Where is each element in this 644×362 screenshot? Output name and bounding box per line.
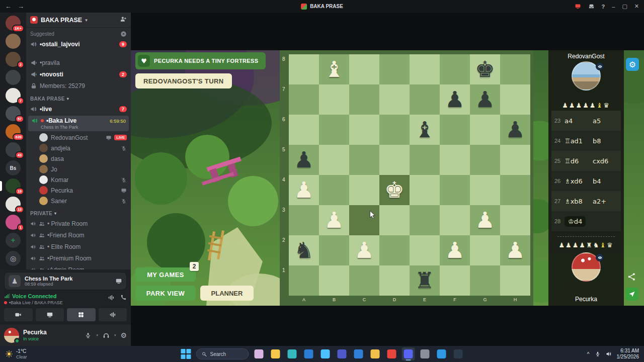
planner-button[interactable]: PLANNER	[200, 286, 254, 301]
taskbar-app-chrome[interactable]	[385, 347, 398, 360]
square-e4[interactable]	[410, 175, 440, 205]
voice-channel-baka-live[interactable]: •Baka Live 6:59:50 Chess In The Park	[28, 116, 129, 131]
voice-channel-path[interactable]: •Baka Live / BAKA PRASE	[9, 300, 63, 305]
channel-2[interactable]: Members: 25279	[26, 80, 131, 92]
user-avatar[interactable]	[4, 328, 19, 343]
square-a3[interactable]	[289, 205, 319, 235]
square-d7[interactable]	[379, 84, 410, 115]
square-g7[interactable]: ♟	[470, 84, 500, 115]
square-c5[interactable]	[349, 145, 379, 175]
add-server-button[interactable]: +	[0, 232, 26, 248]
park-view-button[interactable]: PARK VIEW	[135, 286, 196, 301]
square-c8[interactable]	[349, 54, 379, 84]
close-button[interactable]: ✕	[634, 3, 639, 10]
tray-mic-icon[interactable]	[595, 351, 601, 357]
square-b8[interactable]: ♝	[319, 54, 349, 84]
taskbar-app-settings[interactable]	[419, 347, 432, 360]
square-d8[interactable]	[379, 54, 410, 84]
square-b3[interactable]: ♟	[319, 205, 349, 235]
server-icon-5[interactable]: 57	[0, 106, 26, 122]
move-row-28[interactable]: 28 ♔d4	[551, 211, 621, 231]
black-piece-R[interactable]: ♜	[410, 265, 440, 296]
square-c7[interactable]	[349, 84, 379, 115]
start-button[interactable]	[180, 347, 193, 360]
mic-icon[interactable]	[85, 332, 92, 339]
square-h2[interactable]: ♟	[500, 235, 530, 265]
square-b7[interactable]	[319, 84, 349, 115]
stream-active-icon[interactable]	[575, 3, 581, 10]
server-icon-11[interactable]: 1	[0, 214, 26, 230]
white-piece-P[interactable]: ♟	[440, 235, 470, 265]
square-e2[interactable]	[410, 235, 440, 265]
spectate-icon[interactable]	[596, 253, 604, 261]
room-0[interactable]: • Private Room	[26, 218, 131, 229]
square-g8[interactable]: ♚	[470, 54, 500, 84]
screenshare-button[interactable]	[36, 308, 64, 321]
taskbar-app-store[interactable]	[319, 347, 332, 360]
server-icon-8[interactable]: Bs	[0, 160, 26, 176]
square-h7[interactable]	[500, 84, 530, 115]
white-piece-P[interactable]: ♟	[289, 175, 319, 205]
square-b6[interactable]	[319, 115, 349, 145]
noise-suppression-icon[interactable]	[108, 294, 115, 301]
square-f1[interactable]	[440, 265, 470, 296]
square-f2[interactable]: ♟	[440, 235, 470, 265]
server-icon-9[interactable]: 19	[0, 178, 26, 194]
tray-clock[interactable]: 6:31 AM 1/25/2026	[617, 348, 639, 360]
square-e6[interactable]: ♝	[410, 115, 440, 145]
square-b2[interactable]	[319, 235, 349, 265]
taskbar-app-vscode[interactable]	[435, 347, 448, 360]
square-a1[interactable]	[289, 265, 319, 296]
camera-button[interactable]	[4, 308, 33, 321]
server-icon-1[interactable]	[0, 33, 26, 49]
square-c3[interactable]	[349, 205, 379, 235]
activity-card[interactable]: ♟ Chess In The Park 08:59 elapsed	[4, 272, 127, 290]
square-h6[interactable]: ♟	[500, 115, 530, 145]
square-g3[interactable]: ♟	[470, 205, 500, 235]
channel-1[interactable]: •novosti 2	[26, 68, 131, 80]
tray-chevron-up-icon[interactable]: ^	[587, 351, 590, 357]
dismiss-suggested-icon[interactable]	[120, 31, 127, 37]
nav-back-icon[interactable]: ←	[5, 3, 12, 10]
soundboard-button[interactable]	[99, 308, 127, 321]
server-icon-6[interactable]: 639	[0, 124, 26, 140]
square-d4[interactable]: ♚	[379, 175, 410, 205]
square-e5[interactable]	[410, 145, 440, 175]
help-icon[interactable]: ?	[602, 4, 605, 10]
voice-user-dasa[interactable]: dasa	[26, 153, 131, 164]
square-a6[interactable]	[289, 115, 319, 145]
server-icon-3[interactable]	[0, 69, 26, 85]
move-row-25[interactable]: 25 ♖d6 cxd6	[551, 151, 621, 171]
room-3[interactable]: •Premium Room	[26, 252, 131, 264]
taskbar-app-edge[interactable]	[286, 347, 299, 360]
voice-user-andjela[interactable]: andjela	[26, 143, 131, 153]
share-button[interactable]	[627, 272, 636, 284]
square-h8[interactable]	[500, 54, 530, 84]
voice-user-Komar[interactable]: Komar	[26, 174, 131, 185]
taskbar-app-folder[interactable]	[369, 347, 382, 360]
room-1[interactable]: •Friend Room	[26, 229, 131, 241]
square-g4[interactable]	[470, 175, 500, 205]
square-g5[interactable]	[470, 145, 500, 175]
send-invite-button[interactable]	[625, 288, 638, 301]
server-header[interactable]: BAKA PRASE ▾	[26, 13, 131, 28]
square-h1[interactable]	[500, 265, 530, 296]
black-piece-P[interactable]: ♟	[440, 84, 470, 115]
voice-user-Jo[interactable]: Jo	[26, 164, 131, 174]
my-games-button[interactable]: MY GAMES	[135, 267, 196, 282]
taskbar-app-file-explorer[interactable]	[269, 347, 282, 360]
taskbar-app-outlook[interactable]	[302, 347, 315, 360]
headphones-icon[interactable]	[103, 332, 110, 339]
square-a7[interactable]	[289, 84, 319, 115]
black-piece-K[interactable]: ♚	[470, 54, 500, 84]
disconnect-icon[interactable]	[120, 294, 127, 301]
taskbar-search[interactable]: Search	[196, 348, 249, 359]
room-2[interactable]: • Elite Room	[26, 241, 131, 252]
move-row-23[interactable]: 23 a4 a5	[551, 111, 621, 131]
square-f7[interactable]: ♟	[440, 84, 470, 115]
square-g1[interactable]	[470, 265, 500, 296]
square-d5[interactable]	[379, 145, 410, 175]
square-e8[interactable]	[410, 54, 440, 84]
square-f6[interactable]	[440, 115, 470, 145]
discover-button[interactable]: ◎	[0, 250, 26, 266]
